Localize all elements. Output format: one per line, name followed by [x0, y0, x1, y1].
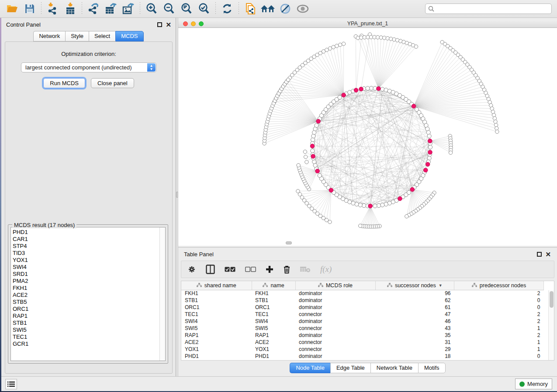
network-node[interactable]: [312, 160, 316, 164]
mcds-result-item[interactable]: ORC1: [13, 306, 165, 313]
dominator-node[interactable]: [377, 86, 381, 91]
show-hide-icon[interactable]: [295, 2, 310, 15]
leaf-node[interactable]: [494, 120, 497, 124]
export-image-icon[interactable]: [121, 2, 136, 15]
dominator-node[interactable]: [412, 104, 416, 108]
leaf-node[interactable]: [492, 113, 495, 117]
import-network-icon[interactable]: [45, 2, 60, 15]
network-node[interactable]: [427, 156, 431, 160]
deselect-all-columns-icon[interactable]: [245, 264, 256, 275]
export-network-icon[interactable]: [86, 2, 101, 15]
dominator-node[interactable]: [342, 93, 346, 97]
network-node[interactable]: [362, 203, 366, 207]
float-table-panel-icon[interactable]: [537, 252, 542, 257]
mcds-result-item[interactable]: GCR1: [13, 340, 165, 347]
leaf-node[interactable]: [449, 151, 452, 154]
mcds-result-item[interactable]: TID3: [13, 250, 165, 257]
mcds-result-item[interactable]: STP4: [13, 243, 165, 250]
mcds-result-item[interactable]: SWI4: [13, 264, 165, 271]
criterion-dropdown[interactable]: largest connected component (undirected)…: [21, 62, 156, 72]
tab-style[interactable]: Style: [65, 31, 89, 41]
zoom-in-icon[interactable]: [144, 2, 159, 15]
dominator-node[interactable]: [426, 162, 430, 167]
dominator-node[interactable]: [359, 87, 363, 91]
network-node[interactable]: [338, 95, 342, 99]
refresh-icon[interactable]: [220, 2, 235, 15]
mcds-result-item[interactable]: STB5: [13, 299, 165, 306]
tab-edge-table[interactable]: Edge Table: [330, 363, 370, 373]
network-node[interactable]: [366, 86, 370, 90]
tab-mcds[interactable]: MCDS: [115, 31, 143, 41]
delete-column-icon[interactable]: [283, 264, 291, 275]
column-header-MCDS-role[interactable]: MCDS role: [295, 281, 375, 290]
tab-node-table[interactable]: Node Table: [290, 363, 330, 373]
dominator-node[interactable]: [310, 144, 315, 148]
table-settings-icon[interactable]: [187, 264, 196, 275]
mcds-result-item[interactable]: YOX1: [13, 257, 165, 264]
dominator-node[interactable]: [354, 88, 358, 93]
leaf-node[interactable]: [358, 224, 362, 227]
leaf-node[interactable]: [303, 150, 307, 153]
zoom-selected-icon[interactable]: [197, 2, 211, 15]
table-row[interactable]: PHD1PHD1dominator180: [181, 353, 544, 360]
dominator-node[interactable]: [311, 154, 315, 158]
table-row[interactable]: SWI4SWI4dominator462: [181, 318, 544, 325]
dominator-node[interactable]: [428, 139, 432, 143]
network-node[interactable]: [311, 149, 315, 153]
maximize-window-icon[interactable]: [199, 21, 204, 26]
tab-motifs[interactable]: Motifs: [418, 363, 446, 373]
memory-button[interactable]: Memory: [515, 378, 552, 389]
leaf-node[interactable]: [493, 117, 496, 120]
leaf-node[interactable]: [305, 160, 308, 164]
close-panel-icon[interactable]: ✕: [166, 22, 171, 27]
zoom-fit-icon[interactable]: [179, 2, 194, 15]
network-node[interactable]: [428, 145, 432, 149]
dominator-node[interactable]: [398, 196, 402, 201]
network-node[interactable]: [369, 86, 373, 90]
mcds-result-item[interactable]: FKH1: [13, 285, 165, 292]
split-view-icon[interactable]: [206, 264, 215, 275]
mcds-result-item[interactable]: RAP1: [13, 313, 165, 320]
leaf-node[interactable]: [405, 214, 408, 218]
tab-network[interactable]: Network: [33, 31, 65, 41]
open-file-icon[interactable]: [5, 2, 20, 15]
network-node[interactable]: [315, 124, 318, 127]
mcds-result-list[interactable]: PHD1CAR1STP4TID3YOX1SWI4SRD1PMA2FKH1ACE2…: [10, 227, 166, 361]
network-node[interactable]: [311, 138, 315, 141]
network-node[interactable]: [426, 131, 430, 134]
column-header-successor-nodes[interactable]: successor nodes▼: [375, 281, 454, 290]
mcds-result-item[interactable]: SRD1: [13, 271, 165, 278]
table-row[interactable]: SWI5SWI5connector431: [181, 325, 544, 332]
table-vscroll-thumb[interactable]: [550, 291, 554, 308]
mcds-list-scrollbar[interactable]: [159, 227, 165, 361]
column-header-shared-name[interactable]: shared name: [181, 281, 252, 290]
network-graph[interactable]: [178, 28, 557, 246]
network-canvas[interactable]: [178, 28, 557, 246]
network-node[interactable]: [318, 173, 322, 177]
search-input[interactable]: [435, 4, 551, 13]
table-vscrollbar[interactable]: [548, 290, 554, 360]
close-table-panel-icon[interactable]: ✕: [545, 252, 551, 257]
run-mcds-button[interactable]: Run MCDS: [43, 78, 85, 88]
network-node[interactable]: [384, 202, 388, 206]
leaf-node[interactable]: [494, 123, 498, 127]
leaf-node[interactable]: [297, 163, 300, 167]
mcds-result-item[interactable]: ACE2: [13, 292, 165, 299]
export-table-icon[interactable]: [104, 2, 118, 15]
mcds-result-item[interactable]: STB1: [13, 320, 165, 327]
leaf-node[interactable]: [286, 78, 290, 82]
column-header-name[interactable]: name: [252, 281, 295, 290]
close-window-icon[interactable]: [183, 21, 188, 26]
dominator-node[interactable]: [410, 187, 415, 192]
dominator-node[interactable]: [315, 169, 320, 173]
add-column-icon[interactable]: [266, 264, 273, 275]
mcds-result-item[interactable]: PHD1: [13, 229, 165, 236]
import-table-icon[interactable]: [63, 2, 78, 15]
delete-table-icon[interactable]: [300, 264, 311, 275]
hide-style-icon[interactable]: [278, 2, 293, 15]
network-node[interactable]: [381, 87, 384, 91]
table-row[interactable]: ORC1ORC1dominator610: [181, 304, 544, 311]
mcds-result-item[interactable]: SWI5: [13, 327, 165, 334]
network-hscroll-thumb[interactable]: [286, 241, 292, 244]
close-panel-button[interactable]: Close panel: [91, 78, 134, 88]
